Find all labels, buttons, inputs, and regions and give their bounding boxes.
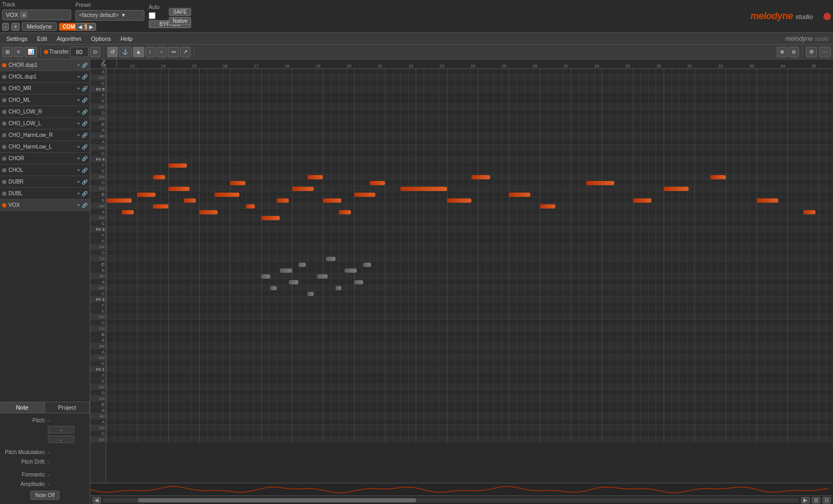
scroll-left-btn[interactable]: ◀: [92, 497, 101, 503]
track-item[interactable]: CHO_ML⚭🔗: [0, 94, 90, 106]
note-blob[interactable]: [540, 204, 555, 208]
note-off-btn[interactable]: Note Off: [30, 491, 59, 500]
menu-help[interactable]: Help: [116, 34, 137, 43]
track-item[interactable]: VOX⚭🔗: [0, 199, 90, 211]
note-grid[interactable]: [106, 69, 833, 483]
note-blob[interactable]: [323, 198, 341, 203]
note-blob[interactable]: [757, 198, 778, 203]
track-item[interactable]: CHOL⚭🔗: [0, 164, 90, 176]
auto-checkbox[interactable]: [149, 12, 156, 19]
h-scrollbar-thumb[interactable]: [138, 498, 416, 502]
note-blob[interactable]: [122, 210, 134, 214]
note-blob[interactable]: [339, 210, 351, 214]
note-blob[interactable]: [317, 274, 328, 279]
zoom-out-btn[interactable]: ⊖: [788, 47, 799, 57]
settings-icon-btn[interactable]: ⚙: [806, 47, 817, 57]
track-dot: [2, 168, 6, 172]
note-blob[interactable]: [586, 181, 614, 185]
note-blob[interactable]: [261, 274, 271, 279]
chart-btn[interactable]: 📊: [24, 47, 37, 57]
menu-edit[interactable]: Edit: [33, 34, 51, 43]
note-blob[interactable]: [363, 263, 371, 267]
zoom-h-btn[interactable]: ⊞: [812, 497, 820, 503]
note-blob[interactable]: [345, 268, 357, 273]
menu-options[interactable]: Options: [87, 34, 115, 43]
bottom-scroll-area[interactable]: ◀ ▶ ⊞ ⊟: [90, 496, 833, 504]
note-blob[interactable]: [107, 198, 132, 203]
time-tool-btn[interactable]: ↔: [156, 47, 167, 57]
tap-btn[interactable]: ⊙: [90, 47, 100, 57]
note-blob[interactable]: [664, 187, 689, 191]
fade-tool-btn[interactable]: ↗: [180, 47, 191, 57]
note-blob[interactable]: [400, 187, 447, 191]
preset-prev-btn[interactable]: ◀: [75, 23, 85, 31]
zoom-h2-btn[interactable]: ⊟: [822, 497, 831, 503]
note-blob[interactable]: [289, 280, 298, 284]
stretch-tool-btn[interactable]: ⇔: [168, 47, 179, 57]
project-tab[interactable]: Project: [45, 402, 90, 413]
zoom-fit-btn[interactable]: ⊕: [777, 47, 787, 57]
note-blob[interactable]: [153, 204, 168, 208]
note-blob[interactable]: [370, 181, 385, 185]
grid-sub-line: [462, 69, 463, 442]
h-scrollbar-track[interactable]: [103, 498, 799, 502]
tempo-input[interactable]: [70, 47, 89, 57]
note-blob[interactable]: [298, 263, 306, 267]
menu-settings[interactable]: Settings: [2, 34, 32, 43]
note-blob[interactable]: [803, 210, 815, 214]
note-blob[interactable]: [199, 210, 218, 214]
note-tab[interactable]: Note: [0, 402, 45, 413]
track-item[interactable]: CHO_LOW_R⚭🔗: [0, 106, 90, 118]
note-blob[interactable]: [354, 280, 364, 284]
note-blob[interactable]: [184, 198, 196, 203]
track-item[interactable]: CHOR⚭🔗: [0, 153, 90, 164]
track-selector[interactable]: VOX a: [2, 10, 71, 20]
note-blob[interactable]: [277, 198, 289, 203]
safe-btn[interactable]: SAFE: [169, 8, 191, 16]
note-blob[interactable]: [230, 181, 245, 185]
note-blob[interactable]: [710, 175, 726, 179]
close-window-btn[interactable]: [823, 13, 831, 20]
track-item[interactable]: DUBR⚭🔗: [0, 176, 90, 188]
grid-view-btn[interactable]: ⊞: [2, 47, 13, 57]
scroll-right-btn[interactable]: ▶: [801, 497, 810, 503]
note-blob[interactable]: [633, 198, 651, 203]
preset-dropdown[interactable]: <factory default> ▼: [75, 10, 144, 21]
loop-tool-btn[interactable]: ↺: [107, 47, 118, 57]
note-blob[interactable]: [137, 193, 156, 197]
note-blob[interactable]: [214, 193, 239, 197]
note-blob[interactable]: [168, 163, 187, 168]
note-blob[interactable]: [509, 193, 530, 197]
note-blob[interactable]: [280, 268, 292, 273]
track-item[interactable]: DUBL⚭🔗: [0, 188, 90, 199]
note-blob[interactable]: [447, 198, 472, 203]
track-item[interactable]: CHOL.dup1⚭🔗: [0, 71, 90, 83]
track-item[interactable]: CHO_MR⚭🔗: [0, 83, 90, 94]
note-blob[interactable]: [270, 286, 277, 290]
list-view-btn[interactable]: ≡: [14, 47, 23, 57]
track-item[interactable]: CHO_HarmLow_R⚭🔗: [0, 129, 90, 141]
note-blob[interactable]: [261, 216, 280, 220]
note-blob[interactable]: [307, 292, 314, 296]
more-options-btn[interactable]: ⋯: [819, 47, 831, 57]
note-blob[interactable]: [307, 175, 323, 179]
note-blob[interactable]: [336, 286, 342, 290]
anchor-tool-btn[interactable]: ⚓: [119, 47, 132, 57]
track-item[interactable]: CHO_LOW_L⚭🔗: [0, 118, 90, 129]
note-blob[interactable]: [292, 187, 314, 191]
preset-next-btn[interactable]: ▶: [87, 23, 96, 31]
note-blob[interactable]: [246, 204, 255, 208]
pointer-tool-btn[interactable]: ▲: [133, 47, 144, 57]
melodyne-minus-btn[interactable]: -: [2, 23, 9, 31]
note-blob[interactable]: [326, 257, 336, 261]
melodyne-plus-btn[interactable]: +: [11, 23, 20, 31]
menu-algorithm[interactable]: Algorithm: [53, 34, 85, 43]
track-item[interactable]: CHO_HarmLow_L⚭🔗: [0, 141, 90, 153]
native-btn[interactable]: Native: [169, 17, 191, 25]
pitch-tool-btn[interactable]: ↕: [145, 47, 154, 57]
track-item[interactable]: CHOR.dup1⚭🔗: [0, 59, 90, 71]
note-blob[interactable]: [153, 175, 165, 179]
note-blob[interactable]: [354, 193, 376, 197]
note-blob[interactable]: [168, 187, 190, 191]
note-blob[interactable]: [471, 175, 490, 179]
